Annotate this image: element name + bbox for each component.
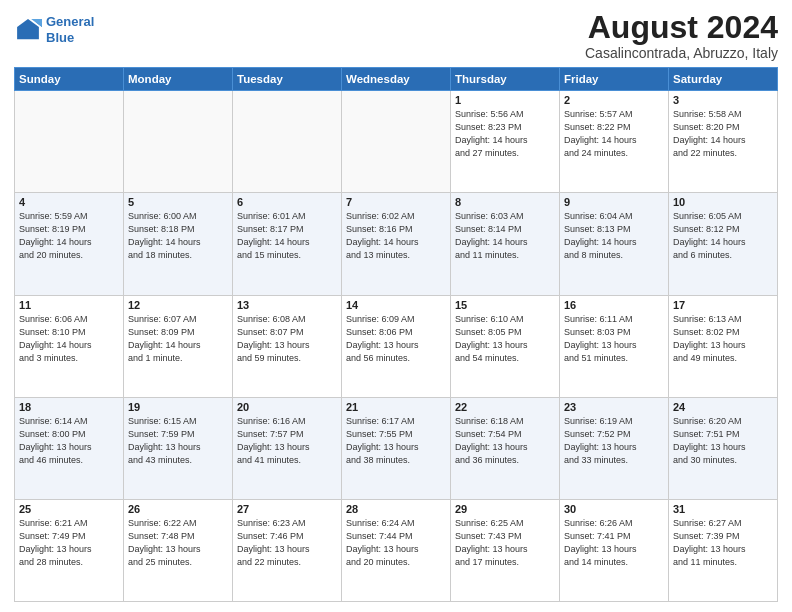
logo-text: General Blue <box>46 14 94 45</box>
col-saturday: Saturday <box>669 68 778 91</box>
day-number: 17 <box>673 299 773 311</box>
table-row <box>342 91 451 193</box>
day-number: 1 <box>455 94 555 106</box>
table-row: 17Sunrise: 6:13 AM Sunset: 8:02 PM Dayli… <box>669 295 778 397</box>
day-info: Sunrise: 6:19 AM Sunset: 7:52 PM Dayligh… <box>564 415 664 467</box>
day-number: 6 <box>237 196 337 208</box>
table-row: 8Sunrise: 6:03 AM Sunset: 8:14 PM Daylig… <box>451 193 560 295</box>
day-number: 5 <box>128 196 228 208</box>
table-row: 30Sunrise: 6:26 AM Sunset: 7:41 PM Dayli… <box>560 499 669 601</box>
day-number: 18 <box>19 401 119 413</box>
calendar-table: Sunday Monday Tuesday Wednesday Thursday… <box>14 67 778 602</box>
day-number: 20 <box>237 401 337 413</box>
day-info: Sunrise: 6:06 AM Sunset: 8:10 PM Dayligh… <box>19 313 119 365</box>
col-monday: Monday <box>124 68 233 91</box>
table-row: 3Sunrise: 5:58 AM Sunset: 8:20 PM Daylig… <box>669 91 778 193</box>
table-row: 9Sunrise: 6:04 AM Sunset: 8:13 PM Daylig… <box>560 193 669 295</box>
day-info: Sunrise: 6:20 AM Sunset: 7:51 PM Dayligh… <box>673 415 773 467</box>
col-sunday: Sunday <box>15 68 124 91</box>
day-number: 2 <box>564 94 664 106</box>
table-row <box>15 91 124 193</box>
day-info: Sunrise: 6:03 AM Sunset: 8:14 PM Dayligh… <box>455 210 555 262</box>
day-info: Sunrise: 6:22 AM Sunset: 7:48 PM Dayligh… <box>128 517 228 569</box>
logo-icon <box>14 16 42 44</box>
day-info: Sunrise: 6:27 AM Sunset: 7:39 PM Dayligh… <box>673 517 773 569</box>
day-number: 26 <box>128 503 228 515</box>
table-row: 15Sunrise: 6:10 AM Sunset: 8:05 PM Dayli… <box>451 295 560 397</box>
table-row: 2Sunrise: 5:57 AM Sunset: 8:22 PM Daylig… <box>560 91 669 193</box>
day-info: Sunrise: 6:23 AM Sunset: 7:46 PM Dayligh… <box>237 517 337 569</box>
day-number: 12 <box>128 299 228 311</box>
table-row: 16Sunrise: 6:11 AM Sunset: 8:03 PM Dayli… <box>560 295 669 397</box>
day-info: Sunrise: 6:11 AM Sunset: 8:03 PM Dayligh… <box>564 313 664 365</box>
day-number: 24 <box>673 401 773 413</box>
day-number: 25 <box>19 503 119 515</box>
table-row: 21Sunrise: 6:17 AM Sunset: 7:55 PM Dayli… <box>342 397 451 499</box>
calendar-header-row: Sunday Monday Tuesday Wednesday Thursday… <box>15 68 778 91</box>
day-number: 10 <box>673 196 773 208</box>
table-row: 11Sunrise: 6:06 AM Sunset: 8:10 PM Dayli… <box>15 295 124 397</box>
table-row: 10Sunrise: 6:05 AM Sunset: 8:12 PM Dayli… <box>669 193 778 295</box>
day-info: Sunrise: 6:25 AM Sunset: 7:43 PM Dayligh… <box>455 517 555 569</box>
logo-line2: Blue <box>46 30 74 45</box>
table-row: 12Sunrise: 6:07 AM Sunset: 8:09 PM Dayli… <box>124 295 233 397</box>
table-row: 24Sunrise: 6:20 AM Sunset: 7:51 PM Dayli… <box>669 397 778 499</box>
day-number: 13 <box>237 299 337 311</box>
table-row: 13Sunrise: 6:08 AM Sunset: 8:07 PM Dayli… <box>233 295 342 397</box>
day-info: Sunrise: 6:04 AM Sunset: 8:13 PM Dayligh… <box>564 210 664 262</box>
day-number: 8 <box>455 196 555 208</box>
table-row: 23Sunrise: 6:19 AM Sunset: 7:52 PM Dayli… <box>560 397 669 499</box>
day-info: Sunrise: 6:01 AM Sunset: 8:17 PM Dayligh… <box>237 210 337 262</box>
table-row: 14Sunrise: 6:09 AM Sunset: 8:06 PM Dayli… <box>342 295 451 397</box>
day-info: Sunrise: 6:05 AM Sunset: 8:12 PM Dayligh… <box>673 210 773 262</box>
table-row: 31Sunrise: 6:27 AM Sunset: 7:39 PM Dayli… <box>669 499 778 601</box>
table-row: 25Sunrise: 6:21 AM Sunset: 7:49 PM Dayli… <box>15 499 124 601</box>
day-info: Sunrise: 6:26 AM Sunset: 7:41 PM Dayligh… <box>564 517 664 569</box>
day-number: 11 <box>19 299 119 311</box>
day-info: Sunrise: 5:58 AM Sunset: 8:20 PM Dayligh… <box>673 108 773 160</box>
table-row: 5Sunrise: 6:00 AM Sunset: 8:18 PM Daylig… <box>124 193 233 295</box>
day-info: Sunrise: 5:59 AM Sunset: 8:19 PM Dayligh… <box>19 210 119 262</box>
day-number: 3 <box>673 94 773 106</box>
day-number: 16 <box>564 299 664 311</box>
day-info: Sunrise: 6:10 AM Sunset: 8:05 PM Dayligh… <box>455 313 555 365</box>
table-row <box>233 91 342 193</box>
day-info: Sunrise: 5:56 AM Sunset: 8:23 PM Dayligh… <box>455 108 555 160</box>
day-number: 30 <box>564 503 664 515</box>
calendar-week-row: 1Sunrise: 5:56 AM Sunset: 8:23 PM Daylig… <box>15 91 778 193</box>
day-info: Sunrise: 6:21 AM Sunset: 7:49 PM Dayligh… <box>19 517 119 569</box>
day-number: 31 <box>673 503 773 515</box>
calendar-week-row: 18Sunrise: 6:14 AM Sunset: 8:00 PM Dayli… <box>15 397 778 499</box>
calendar-week-row: 4Sunrise: 5:59 AM Sunset: 8:19 PM Daylig… <box>15 193 778 295</box>
table-row: 22Sunrise: 6:18 AM Sunset: 7:54 PM Dayli… <box>451 397 560 499</box>
table-row: 18Sunrise: 6:14 AM Sunset: 8:00 PM Dayli… <box>15 397 124 499</box>
day-info: Sunrise: 6:17 AM Sunset: 7:55 PM Dayligh… <box>346 415 446 467</box>
day-info: Sunrise: 6:14 AM Sunset: 8:00 PM Dayligh… <box>19 415 119 467</box>
day-info: Sunrise: 5:57 AM Sunset: 8:22 PM Dayligh… <box>564 108 664 160</box>
table-row: 29Sunrise: 6:25 AM Sunset: 7:43 PM Dayli… <box>451 499 560 601</box>
day-info: Sunrise: 6:18 AM Sunset: 7:54 PM Dayligh… <box>455 415 555 467</box>
day-info: Sunrise: 6:24 AM Sunset: 7:44 PM Dayligh… <box>346 517 446 569</box>
title-section: August 2024 Casalincontrada, Abruzzo, It… <box>585 10 778 61</box>
table-row: 26Sunrise: 6:22 AM Sunset: 7:48 PM Dayli… <box>124 499 233 601</box>
calendar-week-row: 25Sunrise: 6:21 AM Sunset: 7:49 PM Dayli… <box>15 499 778 601</box>
day-number: 19 <box>128 401 228 413</box>
col-thursday: Thursday <box>451 68 560 91</box>
table-row: 28Sunrise: 6:24 AM Sunset: 7:44 PM Dayli… <box>342 499 451 601</box>
logo: General Blue <box>14 14 94 45</box>
calendar-week-row: 11Sunrise: 6:06 AM Sunset: 8:10 PM Dayli… <box>15 295 778 397</box>
table-row: 4Sunrise: 5:59 AM Sunset: 8:19 PM Daylig… <box>15 193 124 295</box>
page: General Blue August 2024 Casalincontrada… <box>0 0 792 612</box>
top-section: General Blue August 2024 Casalincontrada… <box>14 10 778 61</box>
month-year: August 2024 <box>585 10 778 45</box>
day-number: 21 <box>346 401 446 413</box>
col-friday: Friday <box>560 68 669 91</box>
table-row <box>124 91 233 193</box>
table-row: 6Sunrise: 6:01 AM Sunset: 8:17 PM Daylig… <box>233 193 342 295</box>
col-tuesday: Tuesday <box>233 68 342 91</box>
day-info: Sunrise: 6:08 AM Sunset: 8:07 PM Dayligh… <box>237 313 337 365</box>
day-number: 29 <box>455 503 555 515</box>
day-number: 15 <box>455 299 555 311</box>
table-row: 27Sunrise: 6:23 AM Sunset: 7:46 PM Dayli… <box>233 499 342 601</box>
day-number: 9 <box>564 196 664 208</box>
